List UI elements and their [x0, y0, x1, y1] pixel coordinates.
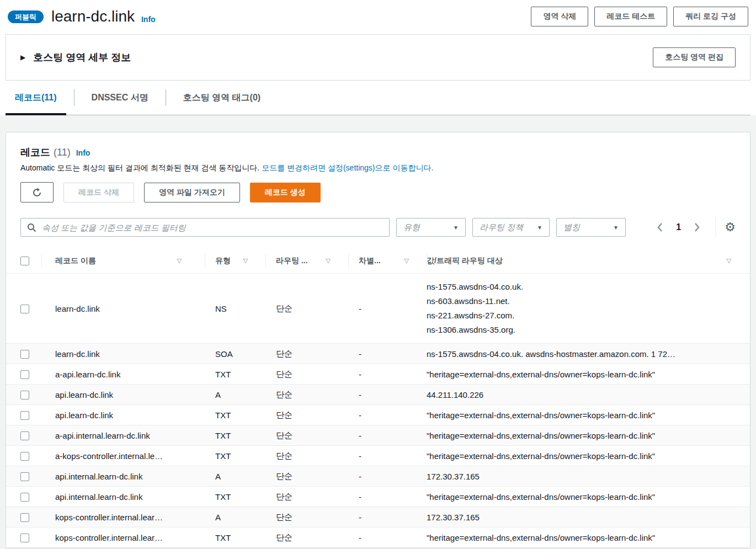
search-icon: [27, 223, 36, 232]
tab-hosted-zone-tags[interactable]: 호스팅 영역 태그(0): [174, 81, 270, 115]
record-type-cell: NS: [205, 304, 265, 313]
test-record-button[interactable]: 레코드 테스트: [594, 7, 667, 26]
table-row: learn-dc.link NS 단순 - ns-1575.awsdns-04.…: [6, 274, 750, 344]
record-name-cell: kops-controller.internal.lear…: [41, 533, 205, 542]
row-checkbox[interactable]: [20, 370, 29, 379]
configure-query-logging-button[interactable]: 쿼리 로깅 구성: [673, 7, 748, 26]
record-routing-cell: 단순: [265, 532, 348, 543]
chevron-down-icon: ▼: [613, 225, 619, 231]
record-name-cell: learn-dc.link: [41, 349, 205, 359]
routing-policy-filter-label: 라우팅 정책: [480, 222, 523, 233]
column-header-type: 유형: [215, 256, 231, 266]
previous-page-button[interactable]: [654, 220, 666, 234]
row-checkbox[interactable]: [20, 305, 29, 313]
record-differentiator-cell: -: [348, 370, 427, 379]
import-zone-file-button[interactable]: 영역 파일 가져오기: [144, 183, 240, 202]
record-name-cell: kops-controller.internal.lear…: [41, 513, 205, 522]
alias-filter-dropdown[interactable]: 별칭 ▼: [556, 218, 626, 237]
row-checkbox[interactable]: [20, 493, 29, 502]
record-routing-cell: 단순: [265, 390, 348, 400]
record-routing-cell: 단순: [265, 349, 348, 359]
record-routing-cell: 단순: [265, 492, 348, 502]
row-checkbox[interactable]: [20, 350, 29, 359]
sort-icon[interactable]: ▽: [177, 257, 182, 264]
chevron-right-icon: [693, 222, 701, 232]
next-page-button[interactable]: [691, 220, 703, 234]
delete-record-button[interactable]: 레코드 삭제: [63, 183, 134, 202]
table-row: learn-dc.link SOA 단순 - ns-1575.awsdns-04…: [6, 344, 750, 364]
title-info-link[interactable]: Info: [141, 15, 156, 24]
record-value-cell: ns-1575.awsdns-04.co.uk.ns-603.awsdns-11…: [427, 274, 750, 343]
gear-icon[interactable]: ⚙: [725, 221, 736, 233]
record-name-cell: a-api.internal.learn-dc.link: [41, 431, 205, 440]
record-value-cell: "heritage=external-dns,external-dns/owne…: [427, 370, 750, 379]
sort-icon[interactable]: ▽: [243, 257, 248, 264]
sort-icon[interactable]: ▽: [326, 257, 331, 264]
select-all-checkbox[interactable]: [20, 257, 29, 265]
row-checkbox[interactable]: [20, 391, 29, 399]
record-differentiator-cell: -: [348, 304, 427, 313]
record-type-cell: TXT: [205, 451, 265, 461]
record-value-cell: "heritage=external-dns,external-dns/owne…: [427, 431, 750, 440]
sort-icon[interactable]: ▽: [404, 257, 409, 264]
create-record-button[interactable]: 레코드 생성: [250, 183, 321, 202]
record-type-cell: TXT: [205, 370, 265, 379]
record-filter-input[interactable]: [21, 218, 389, 236]
tab-records[interactable]: 레코드(11): [6, 81, 66, 115]
record-differentiator-cell: -: [348, 349, 427, 359]
record-differentiator-cell: -: [348, 492, 427, 502]
table-row: kops-controller.internal.lear… TXT 단순 - …: [6, 527, 750, 548]
records-toolbar: 레코드 삭제 영역 파일 가져오기 레코드 생성: [6, 182, 750, 202]
row-checkbox[interactable]: [20, 411, 29, 420]
row-checkbox[interactable]: [20, 431, 29, 440]
row-checkbox[interactable]: [20, 534, 29, 542]
table-row: a-api.learn-dc.link TXT 단순 - "heritage=e…: [6, 364, 750, 385]
tab-divider: [74, 89, 74, 106]
record-filter-search: [20, 218, 390, 237]
record-routing-cell: 단순: [265, 451, 348, 461]
column-header-differentiator: 차별...: [359, 256, 381, 266]
record-routing-cell: 단순: [265, 430, 348, 441]
record-value-cell: "heritage=external-dns,external-dns/owne…: [427, 411, 750, 420]
record-value-cell: 44.211.140.226: [427, 390, 750, 399]
type-filter-label: 유형: [403, 222, 420, 233]
page-title: learn-dc.link: [51, 8, 135, 25]
table-body: learn-dc.link NS 단순 - ns-1575.awsdns-04.…: [6, 274, 750, 548]
row-checkbox[interactable]: [20, 472, 29, 481]
record-value-cell: ns-1575.awsdns-04.co.uk. awsdns-hostmast…: [427, 349, 750, 359]
table-row: a-api.internal.learn-dc.link TXT 단순 - "h…: [6, 425, 750, 446]
row-checkbox[interactable]: [20, 452, 29, 461]
row-checkbox[interactable]: [20, 513, 29, 522]
table-row: a-kops-controller.internal.le… TXT 단순 - …: [6, 446, 750, 466]
routing-policy-filter-dropdown[interactable]: 라우팅 정책 ▼: [472, 218, 550, 237]
record-differentiator-cell: -: [348, 472, 427, 481]
records-count: (11): [54, 147, 71, 158]
record-type-cell: A: [205, 390, 265, 399]
expand-triangle-icon[interactable]: ▶: [20, 54, 25, 61]
chevron-left-icon: [656, 222, 664, 232]
record-routing-cell: 단순: [265, 303, 348, 314]
refresh-button[interactable]: [20, 182, 54, 202]
records-title: 레코드: [20, 146, 50, 159]
record-differentiator-cell: -: [348, 390, 427, 399]
type-filter-dropdown[interactable]: 유형 ▼: [396, 218, 466, 237]
edit-hosted-zone-button[interactable]: 호스팅 영역 편집: [653, 47, 736, 67]
refresh-icon: [31, 187, 42, 198]
records-card: 레코드 (11) Info Automatic 모드는 최상의 필터 결과에 최…: [6, 132, 750, 548]
record-differentiator-cell: -: [348, 533, 427, 542]
current-page-number: 1: [676, 222, 681, 232]
record-routing-cell: 단순: [265, 512, 348, 523]
record-name-cell: a-kops-controller.internal.le…: [41, 451, 205, 461]
record-name-cell: learn-dc.link: [41, 304, 205, 313]
hosted-zone-details-panel: ▶ 호스팅 영역 세부 정보 호스팅 영역 편집: [6, 34, 750, 81]
delete-zone-button[interactable]: 영역 삭제: [531, 7, 588, 26]
table-header-row: 레코드 이름 ▽ 유형 ▽ 라우팅 ... ▽ 차별... ▽ 값/트래픽 라우…: [6, 248, 750, 274]
tab-dnssec[interactable]: DNSSEC 서명: [82, 81, 158, 115]
record-value-cell: 172.30.37.165: [427, 472, 750, 481]
record-routing-cell: 단순: [265, 369, 348, 380]
details-panel-title: 호스팅 영역 세부 정보: [33, 51, 131, 64]
sort-icon[interactable]: ▽: [727, 257, 731, 264]
column-header-routing: 라우팅 ...: [276, 256, 308, 266]
settings-link[interactable]: 모드를 변경하려면 설정(settings)으로 이동합니다.: [262, 163, 433, 172]
records-info-link[interactable]: Info: [76, 148, 90, 157]
